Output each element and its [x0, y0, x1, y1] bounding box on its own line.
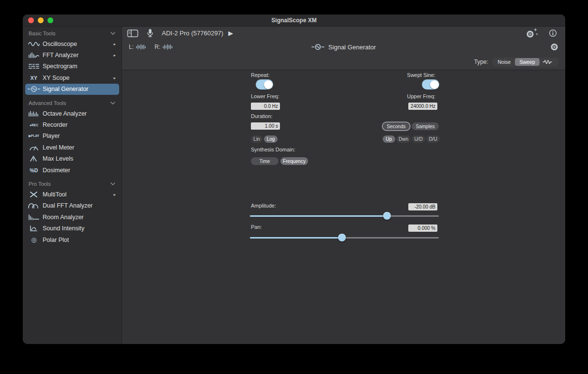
- sidebar-section-pro-tools: Pro Tools MultiTool ▸ Dual FFT Analyzer …: [23, 179, 122, 245]
- dosimeter-icon: %D: [27, 167, 41, 173]
- sidebar-item-max-levels[interactable]: Max Levels: [25, 153, 119, 165]
- sidebar-item-polar-plot[interactable]: ◎ Polar Plot: [25, 234, 119, 245]
- section-header-pro-tools[interactable]: Pro Tools: [23, 179, 122, 189]
- item-label: Spectrogram: [43, 63, 117, 70]
- info-button[interactable]: [548, 29, 557, 38]
- type-segmented-control: Noise Sweep: [493, 58, 558, 67]
- item-label: Oscilloscope: [43, 41, 111, 47]
- item-label: Room Analyzer: [43, 214, 117, 221]
- device-name[interactable]: ADI-2 Pro (57760297): [162, 30, 223, 37]
- lower-freq-input[interactable]: [251, 103, 280, 110]
- disclosure-arrow-icon[interactable]: ▸: [113, 53, 117, 58]
- sidebar-section-basic-tools: Basic Tools Oscilloscope ▸ FFT Analyzer …: [23, 29, 122, 95]
- sidebar-item-multitool[interactable]: MultiTool ▸: [25, 189, 119, 200]
- type-option-sweep[interactable]: Sweep: [515, 58, 539, 66]
- sidebar-item-signal-generator[interactable]: Signal Generator: [25, 84, 119, 95]
- item-label: XY Scope: [43, 75, 111, 81]
- octave-analyzer-icon: [27, 110, 41, 117]
- type-option-noise[interactable]: Noise: [494, 58, 515, 66]
- signal-generator-icon: [27, 86, 41, 92]
- sidebar-item-dosimeter[interactable]: %D Dosimeter: [25, 165, 119, 176]
- signal-generator-icon: [311, 44, 324, 50]
- sidebar-item-level-meter[interactable]: Level Meter: [25, 142, 119, 153]
- upper-freq-input[interactable]: [408, 103, 437, 110]
- pan-slider-knob[interactable]: [338, 234, 346, 241]
- polar-plot-icon: ◎: [27, 236, 41, 243]
- swept-sine-toggle[interactable]: [422, 79, 439, 90]
- sidebar-item-room-analyzer[interactable]: Room Analyzer: [25, 211, 119, 223]
- sidebar-toggle-button[interactable]: [127, 29, 139, 38]
- sidebar-item-sound-intensity[interactable]: Sound Intensity: [25, 223, 119, 234]
- upper-freq-label: Upper Freq:: [407, 93, 435, 99]
- left-channel-label: L:: [129, 44, 134, 50]
- item-label: Octave Analyzer: [43, 110, 117, 117]
- oscilloscope-icon: [27, 41, 41, 47]
- item-label: Polar Plot: [43, 237, 117, 243]
- close-button[interactable]: [28, 17, 34, 23]
- type-option-sine[interactable]: [540, 58, 558, 66]
- zoom-button[interactable]: [47, 17, 53, 23]
- recorder-icon: ●REC: [27, 123, 41, 127]
- du-button[interactable]: D/U: [426, 135, 440, 143]
- synthesis-domain-label: Synthesis Domain:: [251, 147, 295, 152]
- sidebar-item-xy-scope[interactable]: XY XY Scope ▸: [25, 72, 119, 83]
- pan-slider[interactable]: [250, 233, 439, 242]
- lin-button[interactable]: Lin: [251, 135, 263, 143]
- generator-panel: Repeat: Swept Sine: Lower Freq: Upper Fr…: [122, 70, 565, 344]
- sidebar-item-recorder[interactable]: ●REC Recorder: [25, 119, 119, 130]
- amplitude-input[interactable]: [408, 203, 437, 210]
- item-label: Signal Generator: [43, 86, 117, 92]
- duration-label: Duration:: [251, 113, 273, 119]
- spectrogram-icon: [27, 63, 41, 70]
- item-label: Dual FFT Analyzer: [43, 202, 117, 209]
- play-button[interactable]: ▶: [228, 30, 233, 37]
- item-label: Player: [43, 133, 117, 139]
- minimize-button[interactable]: [38, 17, 44, 23]
- input-device-icon[interactable]: [146, 29, 154, 38]
- main-area: ADI-2 Pro (57760297) ▶ L:: [122, 27, 565, 344]
- repeat-toggle[interactable]: [256, 79, 273, 90]
- amplitude-slider[interactable]: [250, 211, 439, 220]
- sidebar: Basic Tools Oscilloscope ▸ FFT Analyzer …: [23, 27, 122, 344]
- main-toolbar: ADI-2 Pro (57760297) ▶: [122, 27, 565, 40]
- sidebar-item-player[interactable]: ▶PLAY Player: [25, 131, 119, 142]
- up-button[interactable]: Up: [383, 135, 395, 143]
- item-label: Sound Intensity: [43, 225, 117, 232]
- app-window: SignalScope XM Basic Tools Oscilloscope …: [23, 15, 565, 344]
- amplitude-slider-knob[interactable]: [383, 212, 391, 220]
- samples-button[interactable]: Samples: [412, 122, 439, 130]
- seconds-button[interactable]: Seconds: [383, 122, 410, 130]
- lower-freq-label: Lower Freq:: [251, 93, 279, 99]
- left-channel-waveform-icon[interactable]: [136, 44, 147, 50]
- frequency-button[interactable]: Frequency: [280, 157, 308, 165]
- item-label: Dosimeter: [43, 167, 117, 174]
- dwn-button[interactable]: Dwn: [396, 135, 411, 143]
- right-channel-waveform-icon[interactable]: [163, 44, 173, 50]
- sidebar-item-octave-analyzer[interactable]: Octave Analyzer: [25, 108, 119, 119]
- disclosure-arrow-icon[interactable]: ▸: [113, 192, 117, 197]
- section-header-advanced-tools[interactable]: Advanced Tools: [23, 98, 122, 108]
- sidebar-item-spectrogram[interactable]: Spectrogram: [25, 61, 119, 72]
- item-label: Max Levels: [43, 155, 117, 162]
- ud-button[interactable]: U/D: [412, 135, 425, 143]
- time-button[interactable]: Time: [251, 157, 279, 165]
- toggle-knob: [430, 80, 439, 89]
- item-label: MultiTool: [43, 191, 111, 198]
- log-button[interactable]: Log: [264, 135, 278, 143]
- sidebar-item-dual-fft-analyzer[interactable]: Dual FFT Analyzer: [25, 200, 119, 211]
- tool-settings-button[interactable]: [550, 43, 559, 52]
- settings-sparkle-button[interactable]: [526, 28, 539, 39]
- duration-input[interactable]: [251, 122, 280, 130]
- section-header-basic-tools[interactable]: Basic Tools: [23, 29, 122, 38]
- pan-input[interactable]: [408, 224, 437, 232]
- player-icon: ▶PLAY: [27, 134, 41, 138]
- sidebar-item-oscilloscope[interactable]: Oscilloscope ▸: [25, 38, 119, 49]
- sidebar-item-fft-analyzer[interactable]: FFT Analyzer ▸: [25, 49, 119, 60]
- fft-analyzer-icon: [27, 52, 41, 59]
- amplitude-label: Amplitude:: [251, 203, 276, 209]
- swept-sine-label: Swept Sine:: [407, 72, 435, 78]
- chevron-down-icon: [110, 32, 115, 35]
- disclosure-arrow-icon[interactable]: ▸: [113, 42, 117, 46]
- tool-title: Signal Generator: [328, 44, 376, 51]
- disclosure-arrow-icon[interactable]: ▸: [113, 75, 117, 80]
